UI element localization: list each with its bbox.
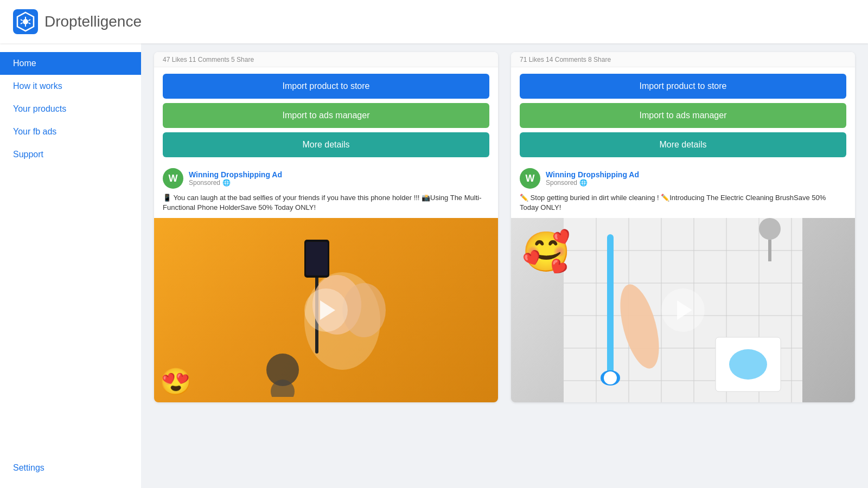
svg-rect-30 xyxy=(607,234,614,375)
app-title: Droptelligence xyxy=(44,13,142,30)
card-1-avatar-letter: W xyxy=(169,173,178,184)
card-2-ad-header: W Winning Dropshipping Ad Sponsored 🌐 xyxy=(511,162,855,193)
card-2-image-placeholder: 🥰 xyxy=(511,218,855,402)
sidebar-item-home[interactable]: Home xyxy=(0,52,141,75)
play-triangle-icon-2 xyxy=(677,300,692,320)
svg-point-16 xyxy=(342,283,386,337)
card-2-buttons: Import product to store Import to ads ma… xyxy=(511,67,855,162)
svg-point-32 xyxy=(604,371,617,384)
svg-point-35 xyxy=(729,349,767,380)
sidebar-item-your-products[interactable]: Your products xyxy=(0,98,141,120)
card-1-buttons: Import product to store Import to ads ma… xyxy=(154,67,498,162)
main-layout: Home How it works Your products Your fb … xyxy=(0,43,868,488)
sidebar-item-your-fb-ads[interactable]: Your fb ads xyxy=(0,120,141,143)
card-2-avatar-letter: W xyxy=(526,173,535,184)
product-card-2: 71 Likes 14 Comments 8 Share Import prod… xyxy=(511,52,855,402)
card-1-stats-text: 47 Likes 11 Comments 5 Share xyxy=(163,56,254,63)
product-card-1: 47 Likes 11 Comments 5 Share Import prod… xyxy=(154,52,498,402)
svg-point-2 xyxy=(23,19,28,24)
card-2-ad-text: ✏️ Stop getting buried in dirt while cle… xyxy=(511,193,855,218)
globe-icon: 🌐 xyxy=(222,179,231,187)
svg-rect-12 xyxy=(306,242,328,275)
card-2-stats-bar: 71 Likes 14 Comments 8 Share xyxy=(511,52,855,67)
play-triangle-icon xyxy=(320,300,335,320)
card-1-more-details-button[interactable]: More details xyxy=(163,132,489,157)
card-1-image-area: 😍 xyxy=(154,218,498,402)
card-1-play-button[interactable] xyxy=(304,288,348,332)
card-2-stats-text: 71 Likes 14 Comments 8 Share xyxy=(520,56,611,63)
card-1-import-ads-button[interactable]: Import to ads manager xyxy=(163,103,489,128)
card-1-import-store-button[interactable]: Import product to store xyxy=(163,74,489,99)
sidebar: Home How it works Your products Your fb … xyxy=(0,43,141,488)
sidebar-item-support[interactable]: Support xyxy=(0,143,141,166)
card-2-image-area: 🥰 xyxy=(511,218,855,402)
app-header: Droptelligence xyxy=(0,0,868,43)
card-2-avatar: W xyxy=(520,168,540,189)
sidebar-item-how-it-works[interactable]: How it works xyxy=(0,75,141,98)
globe-icon-2: 🌐 xyxy=(579,179,588,187)
svg-point-36 xyxy=(759,218,781,240)
card-2-ad-name: Winning Dropshipping Ad xyxy=(546,170,639,179)
card-1-ad-name: Winning Dropshipping Ad xyxy=(189,170,282,179)
card-1-ad-text: 📱 You can laugh at the bad selfies of yo… xyxy=(154,193,498,218)
card-1-ad-meta: Winning Dropshipping Ad Sponsored 🌐 xyxy=(189,170,282,187)
card-1-avatar: W xyxy=(163,168,183,189)
sidebar-item-settings[interactable]: Settings xyxy=(0,457,141,479)
sidebar-spacer xyxy=(0,166,141,457)
main-content: 47 Likes 11 Comments 5 Share Import prod… xyxy=(141,43,868,488)
card-2-more-details-button[interactable]: More details xyxy=(520,132,846,157)
cards-grid: 47 Likes 11 Comments 5 Share Import prod… xyxy=(154,52,855,402)
logo-container: Droptelligence xyxy=(13,9,142,34)
card-2-import-ads-button[interactable]: Import to ads manager xyxy=(520,103,846,128)
card-1-stats-bar: 47 Likes 11 Comments 5 Share xyxy=(154,52,498,67)
app-logo-icon xyxy=(13,9,38,34)
card-2-emoji-overlay: 🥰 xyxy=(522,229,571,275)
card-2-ad-sponsored: Sponsored 🌐 xyxy=(546,179,639,187)
card-1-ad-header: W Winning Dropshipping Ad Sponsored 🌐 xyxy=(154,162,498,193)
card-1-ad-sponsored: Sponsored 🌐 xyxy=(189,179,282,187)
card-2-import-store-button[interactable]: Import product to store xyxy=(520,74,846,99)
card-1-emoji-overlay: 😍 xyxy=(159,367,192,397)
card-1-image-placeholder: 😍 xyxy=(154,218,498,402)
card-2-ad-meta: Winning Dropshipping Ad Sponsored 🌐 xyxy=(546,170,639,187)
card-2-play-button[interactable] xyxy=(661,288,705,332)
